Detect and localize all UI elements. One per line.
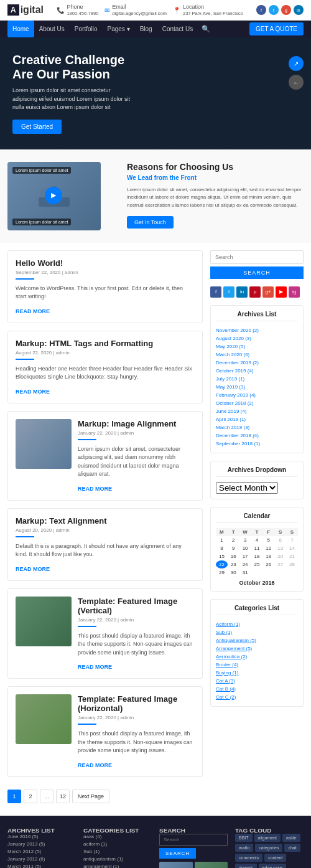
archive-item[interactable]: June 2019 (4) [216, 407, 298, 415]
tag-item[interactable]: comments [235, 854, 262, 862]
logo-text: igital [21, 4, 44, 16]
tag-item[interactable]: aside [282, 834, 300, 842]
category-item[interactable]: Cat A (3) [216, 677, 298, 685]
archive-item[interactable]: July 2019 (1) [216, 375, 298, 383]
tag-item[interactable]: edge case [259, 864, 286, 869]
page-2-button[interactable]: 2 [24, 790, 37, 803]
page-1-button[interactable]: 1 [7, 790, 21, 803]
archive-item[interactable]: March 2019 (3) [216, 423, 298, 432]
tag-item[interactable]: alignment [254, 834, 281, 842]
footer-category-link[interactable]: antiquarianism (1) [83, 856, 152, 862]
nav-home[interactable]: Home [7, 21, 34, 37]
tag-item[interactable]: content [264, 854, 286, 862]
category-item[interactable]: Arrangement (5) [216, 644, 298, 653]
footer-archive-link[interactable]: March 2012 (5) [7, 849, 76, 854]
category-item[interactable]: Aermodica (2) [216, 653, 298, 661]
archive-item[interactable]: November 2020 (2) [216, 326, 298, 334]
category-item[interactable]: Cat C (2) [216, 693, 298, 701]
play-button[interactable]: ▶ [45, 187, 62, 204]
google-plus-icon[interactable]: g [281, 5, 291, 15]
footer-thumb-2 [195, 862, 228, 869]
nav-portfolio[interactable]: Portfolio [70, 21, 103, 37]
post-thumbnail-6 [16, 694, 72, 744]
footer-archive-link[interactable]: June 2016 (5) [7, 834, 76, 839]
calendar-body: 1234567891011121314151617181920212223242… [216, 536, 298, 577]
twitter-icon[interactable]: t [269, 5, 279, 15]
archive-item[interactable]: May 2020 (5) [216, 342, 298, 351]
categories-list: Aciform (1)Sub (1)Antiquarianism (5)Arra… [216, 620, 298, 701]
facebook-icon[interactable]: f [256, 5, 266, 15]
get-in-touch-button[interactable]: Get In Touch [127, 216, 174, 229]
footer-archive-link[interactable]: January 2013 (5) [7, 841, 76, 847]
category-item[interactable]: Cat B (4) [216, 685, 298, 693]
calendar-headers: MTWTFSS [216, 528, 298, 536]
share-icon[interactable]: ↗ [289, 56, 304, 71]
sidebar-youtube-icon[interactable]: ▶ [276, 286, 287, 298]
logo[interactable]: A igital [7, 4, 44, 16]
sidebar-instagram-icon[interactable]: ig [289, 286, 300, 298]
read-more-2[interactable]: READ MORE [16, 389, 50, 395]
tag-item[interactable]: BBIT [235, 834, 253, 842]
linkedin-icon[interactable]: in [294, 5, 304, 15]
archives-select[interactable]: Select Month [216, 482, 278, 494]
tag-item[interactable]: categories [255, 844, 282, 852]
category-item[interactable]: Broder (4) [216, 661, 298, 669]
read-more-3[interactable]: READ MORE [78, 486, 112, 492]
footer-search-input[interactable] [159, 834, 228, 846]
category-item[interactable]: Aciform (1) [216, 620, 298, 628]
sidebar-search-button[interactable]: SEARCH [210, 267, 304, 279]
archive-item[interactable]: April 2019 (1) [216, 415, 298, 423]
post-excerpt-3: Lorem ipsum dolor sit amet, consectetuer… [78, 445, 195, 479]
archive-item[interactable]: March 2020 (6) [216, 351, 298, 359]
category-item[interactable]: Buying (1) [216, 669, 298, 677]
category-item[interactable]: Sub (1) [216, 628, 298, 636]
archive-item[interactable]: May 2019 (3) [216, 383, 298, 391]
search-icon[interactable]: 🔍 [202, 25, 210, 33]
sidebar-search-input[interactable] [210, 250, 304, 264]
footer-search-button[interactable]: SEARCH [159, 848, 196, 859]
contact-phone: 📞 Phone1800-456-7890 [57, 4, 98, 16]
sidebar-facebook-icon[interactable]: f [210, 286, 221, 298]
footer-image-grid [159, 862, 228, 869]
archive-item[interactable]: August 2020 (3) [216, 334, 298, 342]
page-12-button[interactable]: 12 [56, 790, 70, 803]
next-page-button[interactable]: Next Page [72, 790, 109, 803]
footer-archive-link[interactable]: January 2012 (6) [7, 856, 76, 862]
nav-contact[interactable]: Contact Us [157, 21, 198, 37]
nav-pages[interactable]: Pages ▾ [103, 21, 135, 37]
read-more-1[interactable]: READ MORE [16, 308, 50, 314]
sidebar-google-icon[interactable]: g+ [262, 286, 274, 298]
category-item[interactable]: Antiquarianism (5) [216, 636, 298, 644]
nav-blog[interactable]: Blog [135, 21, 157, 37]
archive-item[interactable]: February 2019 (4) [216, 391, 298, 399]
footer-category-link[interactable]: arrangement (1) [83, 864, 152, 869]
tag-item[interactable]: chat [284, 844, 300, 852]
nav-about[interactable]: About Us [34, 21, 70, 37]
footer-category-link[interactable]: aciform (1) [83, 841, 152, 847]
footer-category-link[interactable]: aaas (4) [83, 834, 152, 839]
read-more-6[interactable]: READ MORE [78, 762, 112, 768]
read-more-5[interactable]: READ MORE [78, 664, 112, 670]
back-icon[interactable]: ← [289, 75, 304, 90]
archive-item[interactable]: December 2018 (4) [216, 432, 298, 440]
tag-item[interactable]: audio [235, 844, 253, 852]
archive-item[interactable]: October 2018 (2) [216, 399, 298, 407]
archive-item[interactable]: October 2019 (4) [216, 367, 298, 375]
post-thumb-placeholder-6 [16, 694, 72, 744]
read-more-4[interactable]: READ MORE [16, 566, 50, 572]
archive-item[interactable]: December 2019 (2) [216, 359, 298, 367]
post-title-1: Hello World! [16, 258, 195, 268]
sidebar-pinterest-icon[interactable]: p [249, 286, 261, 298]
get-quote-button[interactable]: GET A QUOTE [249, 22, 304, 35]
archive-item[interactable]: September 2018 (1) [216, 440, 298, 448]
footer-category-link[interactable]: Sub (1) [83, 849, 152, 854]
get-started-button[interactable]: Get Started [12, 120, 62, 134]
sidebar-linkedin-icon[interactable]: in [236, 286, 248, 298]
post-divider-3 [78, 439, 96, 440]
page-ellipsis: ... [40, 790, 53, 803]
reasons-title: Reasons for Choosing Us [127, 162, 304, 172]
tag-item[interactable]: dowork [235, 864, 257, 869]
footer-archive-link[interactable]: March 2011 (5) [7, 864, 76, 869]
sidebar-twitter-icon[interactable]: t [223, 286, 234, 298]
sidebar-social-icons: f t in p g+ ▶ ig [210, 286, 304, 298]
